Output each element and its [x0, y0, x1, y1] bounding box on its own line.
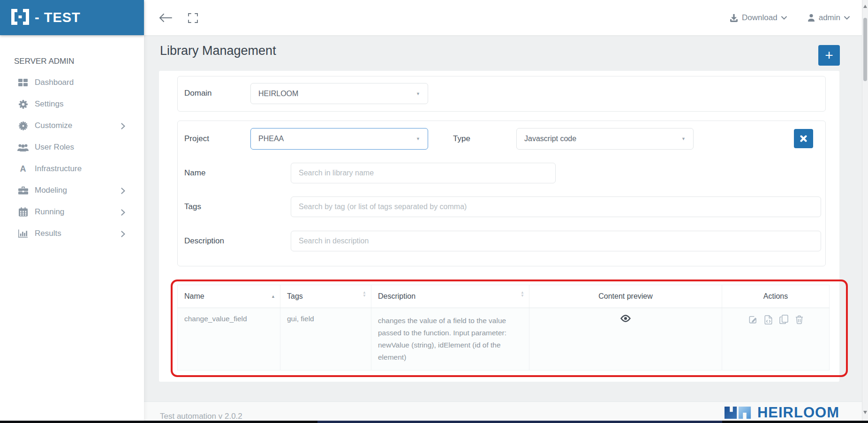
sidebar-item-modeling[interactable]: Modeling	[0, 180, 144, 201]
cell-name: change_value_field	[178, 308, 280, 370]
back-button[interactable]	[158, 11, 173, 24]
version-text: Test automation v 2.0.2	[160, 412, 242, 421]
topbar: Download admin	[144, 0, 862, 35]
edit-icon[interactable]	[748, 315, 757, 324]
app-root: - TEST SERVER ADMIN Dashboard Settings	[0, 0, 868, 423]
cell-actions	[722, 308, 830, 370]
brand-title: - TEST	[35, 10, 81, 25]
chevron-right-icon	[121, 187, 125, 196]
fullscreen-icon	[188, 13, 198, 23]
sidebar-item-label: Customize	[35, 121, 72, 130]
sidebar-section-title: SERVER ADMIN	[14, 57, 144, 66]
heirloom-logo-icon	[725, 405, 752, 421]
sidebar-item-running[interactable]: Running	[0, 201, 144, 223]
type-select[interactable]: Javascript code ▼	[516, 128, 694, 150]
project-select[interactable]: PHEAA ▼	[250, 128, 428, 150]
sidebar-item-user-roles[interactable]: User Roles	[0, 136, 144, 158]
chevron-right-icon	[121, 230, 125, 240]
tags-search-input[interactable]	[291, 196, 821, 217]
table-row: change_value_field gui, field changes th…	[178, 308, 830, 370]
type-label: Type	[453, 128, 470, 150]
chevron-down-icon	[844, 16, 850, 20]
project-select-value: PHEAA	[258, 135, 284, 143]
description-search-input[interactable]	[291, 231, 821, 251]
cell-tags: gui, field	[280, 308, 371, 370]
clear-icon	[800, 135, 807, 142]
cell-content-preview	[529, 308, 722, 370]
page-title: Library Management	[160, 44, 276, 58]
gear-icon	[17, 98, 29, 110]
sidebar-item-label: User Roles	[35, 143, 74, 152]
sidebar-item-results[interactable]: Results	[0, 223, 144, 244]
column-header-description[interactable]: Description▲▼	[371, 285, 529, 308]
domain-select[interactable]: HEIRLOOM ▼	[250, 83, 428, 104]
sort-asc-icon: ▲	[271, 294, 275, 299]
briefcase-icon	[17, 185, 29, 196]
dashboard-icon	[17, 77, 29, 88]
filter-panel: Project PHEAA ▼ Type Javascript code ▼ N…	[177, 121, 826, 266]
sort-icon: ▲▼	[521, 291, 524, 297]
cell-description: changes the value of a field to the valu…	[371, 308, 529, 370]
chevron-right-icon	[121, 122, 125, 132]
scrollbar-thumb[interactable]	[863, 18, 867, 81]
user-menu[interactable]: admin	[808, 13, 850, 23]
fullscreen-button[interactable]	[185, 11, 200, 24]
footer-brand-name: HEIRLOOM	[757, 404, 839, 421]
bottom-edge-bar	[0, 421, 868, 423]
bottom-edge-segment	[317, 421, 722, 423]
column-header-tags[interactable]: Tags▲▼	[280, 285, 371, 308]
sidebar-item-customize[interactable]: Customize	[0, 115, 144, 136]
column-header-actions: Actions	[722, 285, 830, 308]
code-file-icon[interactable]	[764, 315, 772, 325]
page-scrollbar[interactable]	[862, 0, 868, 421]
copy-icon[interactable]	[779, 315, 788, 325]
calendar-icon	[17, 206, 29, 218]
sidebar-item-label: Infrastructure	[35, 164, 82, 174]
column-header-name[interactable]: Name▲	[178, 285, 280, 308]
topbar-right: Download admin	[730, 0, 850, 35]
domain-select-value: HEIRLOOM	[258, 90, 298, 98]
download-label: Download	[742, 13, 777, 23]
sidebar-item-label: Running	[35, 207, 64, 217]
sidebar-item-settings[interactable]: Settings	[0, 93, 144, 115]
sidebar-item-dashboard[interactable]: Dashboard	[0, 72, 144, 93]
scroll-up-arrow[interactable]	[863, 5, 867, 8]
sidebar-item-label: Modeling	[35, 186, 67, 195]
chevron-down-icon	[781, 16, 787, 20]
clear-filters-button[interactable]	[794, 129, 813, 148]
scroll-down-arrow[interactable]	[863, 411, 867, 414]
name-search-input[interactable]	[291, 163, 556, 183]
delete-icon[interactable]	[795, 315, 803, 324]
bar-chart-icon	[17, 228, 29, 239]
caret-down-icon: ▼	[681, 136, 686, 141]
sidebar-nav: Dashboard Settings Customize User Role	[0, 72, 144, 244]
sidebar-item-label: Results	[35, 229, 61, 238]
name-label: Name	[184, 163, 205, 183]
add-library-button[interactable]: +	[818, 45, 840, 66]
preview-eye-icon[interactable]	[620, 315, 631, 322]
infrastructure-icon: A	[17, 163, 29, 174]
brand-header[interactable]: - TEST	[0, 0, 144, 35]
sidebar-item-label: Dashboard	[35, 78, 74, 87]
type-select-value: Javascript code	[524, 135, 576, 143]
sort-icon: ▲▼	[362, 291, 366, 297]
table-header-row: Name▲ Tags▲▼ Description▲▼ Content previ…	[178, 285, 830, 308]
users-icon	[17, 142, 29, 153]
column-header-content-preview: Content preview	[529, 285, 722, 308]
caret-down-icon: ▼	[416, 91, 420, 96]
description-label: Description	[184, 231, 224, 251]
domain-panel: Domain HEIRLOOM ▼	[177, 76, 826, 112]
footer: Test automation v 2.0.2 HEIRLOOM	[144, 401, 862, 423]
library-card: Domain HEIRLOOM ▼ Project PHEAA ▼ Type J…	[159, 71, 839, 382]
project-label: Project	[184, 128, 209, 150]
chevron-right-icon	[121, 209, 125, 218]
sidebar-item-infrastructure[interactable]: A Infrastructure	[0, 158, 144, 180]
sidebar-item-label: Settings	[35, 99, 63, 109]
domain-label: Domain	[184, 76, 212, 110]
brand-logo-icon	[11, 9, 29, 27]
download-menu[interactable]: Download	[730, 13, 787, 23]
user-icon	[808, 14, 815, 22]
user-label: admin	[819, 13, 840, 23]
library-table: Name▲ Tags▲▼ Description▲▼ Content previ…	[177, 285, 830, 370]
sidebar: - TEST SERVER ADMIN Dashboard Settings	[0, 0, 144, 423]
